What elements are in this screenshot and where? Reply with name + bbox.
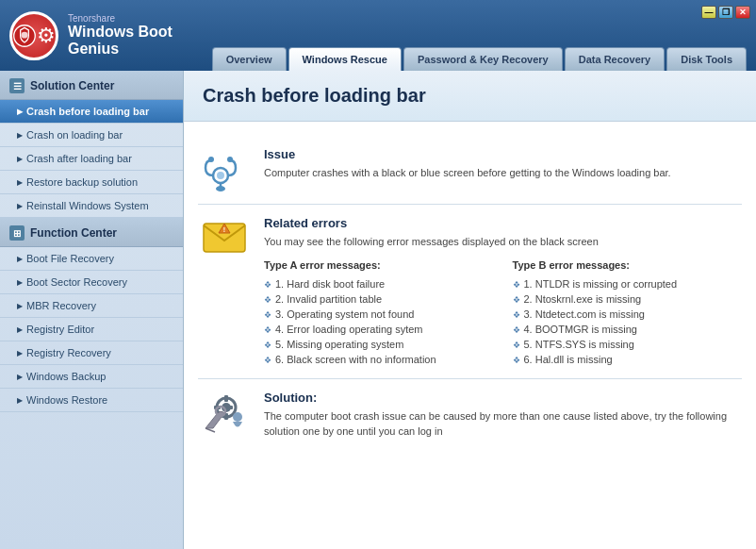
svg-point-1 xyxy=(22,31,28,38)
related-errors-icon-area: ! xyxy=(198,216,250,256)
error-b-2: 2. Ntoskrnl.exe is missing xyxy=(513,291,743,307)
issue-text: Computer crashes with a black or blue sc… xyxy=(264,165,742,181)
error-a-4: 4. Error loading operating sytem xyxy=(264,322,494,337)
tab-data-recovery[interactable]: Data Recovery xyxy=(565,47,665,71)
close-button[interactable]: ✕ xyxy=(735,6,750,19)
app-title: Tenorshare Windows Boot Genius xyxy=(68,13,212,58)
tab-disk-tools[interactable]: Disk Tools xyxy=(666,47,747,71)
minimize-button[interactable]: — xyxy=(701,6,716,19)
sidebar-item-registry-editor[interactable]: Registry Editor xyxy=(0,318,183,341)
envelope-icon: ! xyxy=(202,216,247,256)
function-center-icon: ⊞ xyxy=(9,225,25,241)
svg-point-5 xyxy=(227,157,233,162)
error-columns: Type A error messages: 1. Hard disk boot… xyxy=(264,259,742,367)
svg-rect-12 xyxy=(224,395,228,402)
content-area: Crash before loading bar xyxy=(184,71,756,549)
sidebar-item-crash-before[interactable]: Crash before loading bar xyxy=(0,100,183,124)
content-header: Crash before loading bar xyxy=(184,71,756,122)
sidebar-item-windows-backup[interactable]: Windows Backup xyxy=(0,365,183,389)
sidebar-item-mbr-recovery[interactable]: MBR Recovery xyxy=(0,294,183,318)
error-b-5: 5. NTFS.SYS is missing xyxy=(513,337,743,352)
svg-rect-15 xyxy=(226,406,233,409)
sidebar-item-crash-on[interactable]: Crash on loading bar xyxy=(0,124,183,147)
company-name: Tenorshare xyxy=(68,13,212,24)
error-b-3: 3. Ntdetect.com is missing xyxy=(513,307,743,322)
tab-password-key-recovery[interactable]: Password & Key Recovery xyxy=(403,47,563,71)
sidebar-item-reinstall-windows[interactable]: Reinstall Windows System xyxy=(0,194,183,218)
gear-wrench-icon xyxy=(198,391,250,438)
related-errors-title: Related errors xyxy=(264,216,742,230)
error-a-2: 2. Invalid partition table xyxy=(264,291,494,307)
type-b-label: Type B error messages: xyxy=(513,259,743,271)
solution-center-icon: ☰ xyxy=(9,78,25,93)
svg-point-4 xyxy=(208,157,214,162)
function-center-label: Function Center xyxy=(30,226,117,240)
nav-tabs: Overview Windows Rescue Password & Key R… xyxy=(212,0,747,71)
restore-button[interactable]: ❐ xyxy=(718,6,733,19)
related-errors-content: Related errors You may see the following… xyxy=(264,216,742,367)
tab-windows-rescue[interactable]: Windows Rescue xyxy=(288,47,402,71)
solution-center-label: Solution Center xyxy=(30,79,114,92)
tab-overview[interactable]: Overview xyxy=(212,47,287,71)
stethoscope-icon xyxy=(202,147,247,192)
sidebar-item-crash-after[interactable]: Crash after loading bar xyxy=(0,147,183,171)
issue-section: Issue Computer crashes with a black or b… xyxy=(198,136,742,205)
sidebar-item-restore-backup[interactable]: Restore backup solution xyxy=(0,171,183,194)
solution-section: Solution: The computer boot crash issue … xyxy=(198,379,742,451)
svg-point-18 xyxy=(233,412,242,422)
issue-title: Issue xyxy=(264,147,742,161)
error-b-4: 4. BOOTMGR is missing xyxy=(513,322,743,337)
related-errors-section: ! Related errors You may see the followi… xyxy=(198,205,742,379)
logo-area: Tenorshare Windows Boot Genius xyxy=(9,11,212,60)
page-title: Crash before loading bar xyxy=(203,85,737,107)
error-a-5: 5. Missing operating system xyxy=(264,337,494,352)
error-a-3: 3. Operating system not found xyxy=(264,307,494,322)
window-controls: — ❐ ✕ xyxy=(701,6,750,19)
content-body: Issue Computer crashes with a black or b… xyxy=(184,122,756,465)
error-a-6: 6. Black screen with no information xyxy=(264,352,494,367)
issue-icon-area xyxy=(198,147,250,192)
solution-icon-area xyxy=(198,391,250,438)
type-a-column: Type A error messages: 1. Hard disk boot… xyxy=(264,259,494,367)
error-b-6: 6. Hal.dll is missing xyxy=(513,352,743,367)
svg-point-3 xyxy=(217,172,224,179)
sidebar-item-windows-restore[interactable]: Windows Restore xyxy=(0,389,183,412)
type-a-label: Type A error messages: xyxy=(264,259,494,271)
solution-text: The computer boot crash issue can be cau… xyxy=(264,408,742,440)
error-a-1: 1. Hard disk boot failure xyxy=(264,276,494,291)
solution-title: Solution: xyxy=(264,391,742,405)
svg-text:!: ! xyxy=(222,226,224,233)
svg-line-17 xyxy=(205,428,215,432)
function-center-header: ⊞ Function Center xyxy=(0,218,183,247)
type-b-column: Type B error messages: 1. NTLDR is missi… xyxy=(513,259,743,367)
sidebar-item-boot-file[interactable]: Boot File Recovery xyxy=(0,247,183,271)
error-b-1: 1. NTLDR is missing or corrupted xyxy=(513,276,743,291)
issue-content: Issue Computer crashes with a black or b… xyxy=(264,147,742,181)
related-errors-subtitle: You may see the following error messages… xyxy=(264,234,742,250)
sidebar: ☰ Solution Center Crash before loading b… xyxy=(0,71,184,549)
sidebar-item-registry-recovery[interactable]: Registry Recovery xyxy=(0,341,183,365)
solution-content: Solution: The computer boot crash issue … xyxy=(264,391,742,440)
solution-center-header: ☰ Solution Center xyxy=(0,71,183,100)
sidebar-item-boot-sector[interactable]: Boot Sector Recovery xyxy=(0,271,183,294)
product-name: Windows Boot Genius xyxy=(68,24,212,58)
app-logo-icon xyxy=(9,11,58,60)
